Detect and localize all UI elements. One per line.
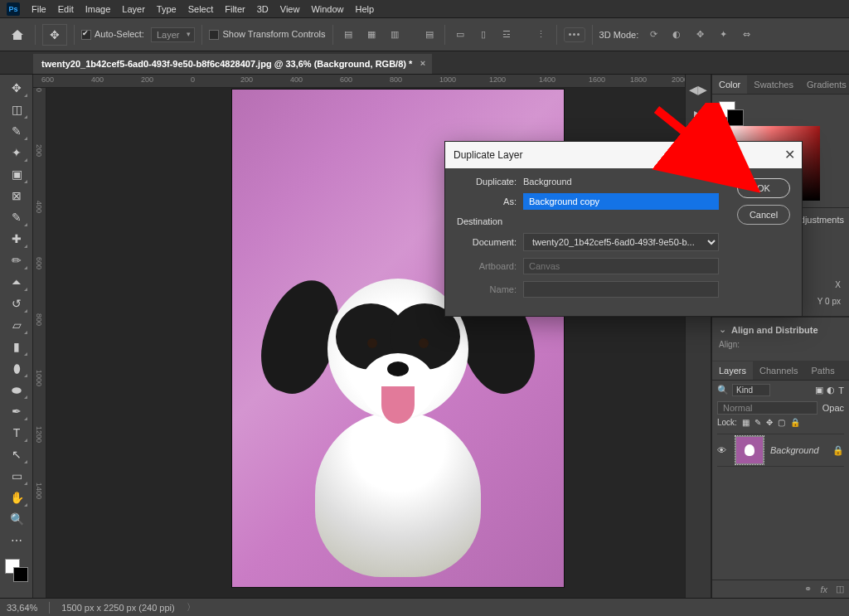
artboard-input [523,258,719,274]
visibility-icon[interactable]: 👁 [717,445,729,455]
tab-paths[interactable]: Paths [805,361,842,380]
3d-pan-icon[interactable]: ✥ [691,27,708,43]
menu-help[interactable]: Help [356,4,375,14]
home-icon[interactable] [7,24,28,46]
tab-gradients[interactable]: Gradients [800,75,849,94]
layer-thumbnail[interactable] [735,436,764,464]
layer-mask-icon[interactable]: ◫ [836,584,844,594]
color-panel-tabs: Color Swatches Gradients [712,75,849,95]
duplicate-value: Background [523,177,572,187]
blend-mode-select[interactable]: Normal [717,401,817,415]
lock-artboard-icon[interactable]: ▢ [778,418,785,427]
menu-window[interactable]: Window [311,4,343,14]
lock-brush-icon[interactable]: ✎ [754,418,761,427]
menu-3d[interactable]: 3D [257,4,269,14]
search-icon[interactable]: 🔍 [717,385,729,395]
menu-filter[interactable]: Filter [225,4,245,14]
menu-layer[interactable]: Layer [122,4,145,14]
shape-tool-icon[interactable]: ▭ [5,466,28,486]
hand-tool-icon[interactable]: ✋ [5,487,28,507]
filter-image-icon[interactable]: ▣ [815,385,823,395]
status-bar: 33,64% 1500 px x 2250 px (240 ppi) 〉 [0,598,849,616]
tab-channels[interactable]: Channels [753,361,804,380]
doc-dimensions: 1500 px x 2250 px (240 ppi) [61,603,174,613]
toolbar-edit-icon[interactable]: ⋯ [5,531,28,551]
tool-preset[interactable] [42,24,67,46]
cancel-button[interactable]: Cancel [737,205,790,225]
auto-select-label: Auto-Select: [95,29,144,39]
brush-tool-icon[interactable]: ✏ [5,250,28,270]
path-tool-icon[interactable]: ↖ [5,444,28,464]
frame-tool-icon[interactable]: ⊠ [5,186,28,206]
duplicate-layer-dialog: Duplicate Layer ✕ Duplicate: Background … [444,141,803,317]
distribute-sp-icon[interactable]: ☲ [498,27,515,43]
align-right-icon[interactable]: ▥ [386,27,403,43]
menu-select[interactable]: Select [188,4,214,14]
ok-button[interactable]: OK [737,178,790,198]
more-options-icon[interactable] [564,27,585,42]
show-transform-label: Show Transform Controls [222,29,325,39]
mini-swatch[interactable] [719,101,744,126]
auto-select-checkbox[interactable] [81,30,91,40]
zoom-tool-icon[interactable]: 🔍 [5,509,28,529]
color-swatches[interactable] [5,559,28,582]
mode3d-label: 3D Mode: [599,30,639,40]
layer-name-label: Background [770,445,826,455]
heal-tool-icon[interactable]: ✚ [5,229,28,249]
marquee-tool-icon[interactable]: ◫ [5,99,28,119]
layer-panel-tabs: Layers Channels Paths [712,361,849,381]
collapse-toggle-icon[interactable]: ◀▶ [690,81,706,98]
eyedropper-tool-icon[interactable]: ✎ [5,207,28,227]
link-layers-icon[interactable]: ⚭ [804,584,812,594]
pen-tool-icon[interactable]: ✒ [5,401,28,421]
distribute-h-icon[interactable]: ▭ [452,27,468,43]
tab-color[interactable]: Color [712,75,747,94]
distribute-v-icon[interactable]: ▯ [475,27,492,43]
eraser-tool-icon[interactable]: ▱ [5,315,28,335]
3d-slide-icon[interactable]: ✦ [715,27,731,43]
lock-all-icon[interactable]: 🔒 [790,418,800,427]
filter-type-icon[interactable]: T [838,386,844,395]
zoom-level[interactable]: 33,64% [7,603,37,613]
menu-image[interactable]: Image [85,4,111,14]
tab-layers[interactable]: Layers [712,361,753,380]
align-left-icon[interactable]: ▤ [340,27,357,43]
blur-tool-icon[interactable]: ⬮ [5,358,28,378]
align-top-icon[interactable]: ▤ [421,27,438,43]
ruler-vertical: 0 200 400 600 800 1000 1200 1400 [33,88,46,598]
menu-file[interactable]: File [32,4,46,14]
as-input[interactable] [523,193,719,210]
filter-adjust-icon[interactable]: ◐ [827,385,835,395]
type-tool-icon[interactable]: T [5,423,28,443]
menu-type[interactable]: Type [157,4,177,14]
3d-roll-icon[interactable]: ◐ [668,27,685,43]
stamp-tool-icon[interactable]: ⏶ [5,272,28,292]
distribute-3-icon[interactable]: ⋮ [533,27,550,43]
history-brush-icon[interactable]: ↺ [5,293,28,313]
layer-row[interactable]: 👁 Background 🔒 [717,434,844,467]
document-tab[interactable]: twenty20_1b42cef5-6ad0-493f-9e50-b8f6c48… [33,54,432,74]
menu-edit[interactable]: Edit [58,4,74,14]
auto-select-target[interactable]: Layer [151,27,196,42]
3d-orbit-icon[interactable]: ⟳ [645,27,662,43]
lock-move-icon[interactable]: ✥ [766,418,773,427]
show-transform-checkbox[interactable] [209,30,219,40]
align-center-icon[interactable]: ▦ [363,27,380,43]
crop-tool-icon[interactable]: ▣ [5,164,28,184]
menu-view[interactable]: View [280,4,300,14]
layer-fx-icon[interactable]: fx [820,584,827,594]
chevron-down-icon[interactable]: ⌄ [719,324,726,335]
gradient-tool-icon[interactable]: ▮ [5,337,28,357]
document-select[interactable]: twenty20_1b42cef5-6ad0-493f-9e50-b... [523,233,719,251]
lasso-tool-icon[interactable]: ✎ [5,121,28,141]
layer-filter-input[interactable] [732,384,770,396]
align-label: Align: [719,340,842,349]
play-icon[interactable]: ▶ [690,106,706,123]
tab-swatches[interactable]: Swatches [747,75,800,94]
quickselect-tool-icon[interactable]: ✦ [5,143,28,162]
dodge-tool-icon[interactable]: ⬬ [5,380,28,400]
move-tool-icon[interactable]: ✥ [5,78,28,98]
close-icon[interactable]: ✕ [784,147,795,162]
lock-pixels-icon[interactable]: ▦ [742,418,750,427]
3d-zoom-icon[interactable]: ⇔ [738,27,754,43]
